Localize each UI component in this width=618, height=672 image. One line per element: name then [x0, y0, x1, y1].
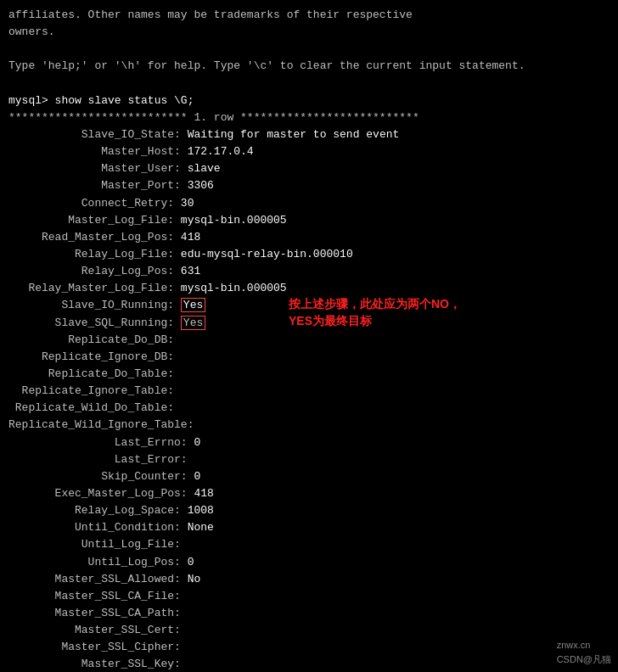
field-row: Connect_Retry: 30 — [8, 195, 610, 212]
field-row: Master_SSL_CA_Path: — [8, 605, 610, 622]
field-row: Slave_IO_State: Waiting for master to se… — [8, 126, 610, 143]
field-row: Last_Error: — [8, 451, 610, 468]
field-row: Exec_Master_Log_Pos: 418 — [8, 485, 610, 502]
field-row: Master_SSL_Allowed: No — [8, 571, 610, 588]
blank-line-1 — [8, 41, 610, 58]
brand-watermark: znwx.cn CSDN@凡猫 — [557, 638, 611, 667]
mysql-command: mysql> show slave status \G; — [8, 92, 610, 109]
field-row: Master_SSL_Key: — [8, 656, 610, 672]
row-separator-line: *************************** 1. row *****… — [8, 109, 610, 126]
row-separator: *************************** 1. row *****… — [8, 109, 610, 126]
field-row: Master_SSL_Cert: — [8, 622, 610, 639]
field-row: Replicate_Wild_Do_Table: — [8, 400, 610, 417]
field-row: Replicate_Ignore_DB: — [8, 349, 610, 366]
field-row: Relay_Log_Space: 1008 — [8, 502, 610, 519]
field-row: Master_Log_File: mysql-bin.000005 — [8, 212, 610, 229]
field-row: Master_User: slave — [8, 160, 610, 177]
field-row: Relay_Log_File: edu-mysql-relay-bin.0000… — [8, 246, 610, 263]
field-row: Replicate_Do_DB: — [8, 332, 610, 349]
intro-text: affiliates. Other names may be trademark… — [8, 7, 610, 92]
field-row: Until_Log_File: — [8, 536, 610, 553]
field-row: Read_Master_Log_Pos: 418 — [8, 229, 610, 246]
command-line: mysql> show slave status \G; — [8, 92, 610, 109]
intro-line-4: Type 'help;' or '\h' for help. Type '\c'… — [8, 58, 610, 75]
brand-sub: CSDN@凡猫 — [557, 654, 611, 664]
field-row: Relay_Master_Log_File: mysql-bin.000005 — [8, 280, 610, 297]
field-row: Master_Host: 172.17.0.4 — [8, 143, 610, 160]
field-row: Master_SSL_Cipher: — [8, 639, 610, 656]
fields-container: Slave_IO_State: Waiting for master to se… — [8, 126, 610, 672]
brand-text: znwx.cn — [557, 640, 591, 650]
field-row: Skip_Counter: 0 — [8, 468, 610, 485]
field-row: Relay_Log_Pos: 631 — [8, 263, 610, 280]
terminal-window: affiliates. Other names may be trademark… — [8, 7, 610, 672]
blank-line-2 — [8, 76, 610, 92]
field-row: Slave_IO_Running: Yes按上述步骤，此处应为两个NO，YES为… — [8, 297, 610, 314]
intro-line-2: owners. — [8, 24, 610, 41]
intro-line-1: affiliates. Other names may be trademark… — [8, 7, 610, 24]
field-row: Replicate_Wild_Ignore_Table: — [8, 417, 610, 434]
field-row: Master_SSL_CA_File: — [8, 588, 610, 605]
field-row: Until_Condition: None — [8, 519, 610, 536]
field-row: Replicate_Ignore_Table: — [8, 383, 610, 400]
field-row: Until_Log_Pos: 0 — [8, 554, 610, 571]
field-row: Master_Port: 3306 — [8, 177, 610, 194]
field-row: Replicate_Do_Table: — [8, 366, 610, 383]
field-row: Last_Errno: 0 — [8, 434, 610, 451]
